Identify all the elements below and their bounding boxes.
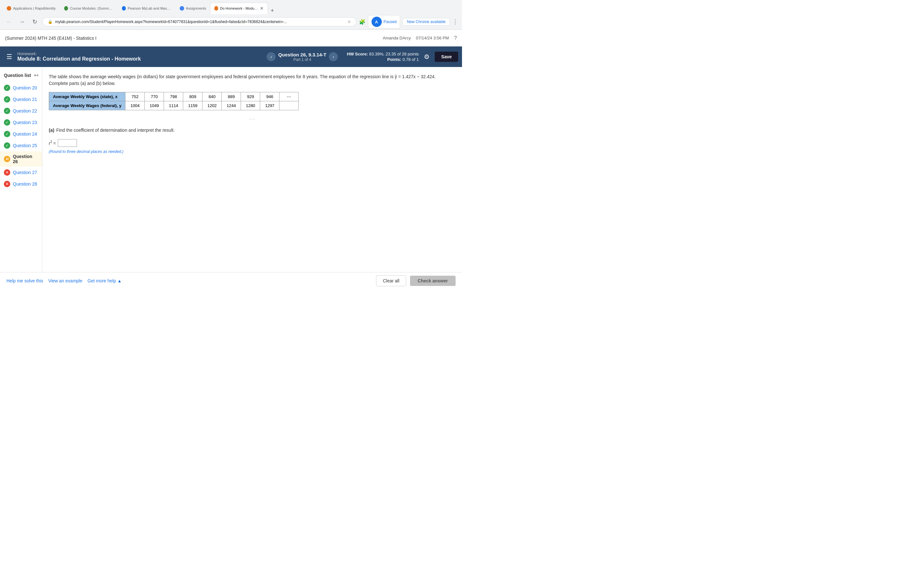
extensions-icon[interactable]: 🧩 [359,19,365,25]
tab2-label: Course Modules: (Summer 20... [70,6,113,10]
cell-x-7: 929 [241,92,260,101]
tab-applications[interactable]: Applications | RapidIdentity [3,3,60,14]
user-name: Amanda DArcy [383,35,411,40]
question-info: Question 26, 9.3.14-T Part 1 of 4 [278,52,326,62]
datetime: 07/14/24 3:56 PM [416,35,449,40]
sidebar-item-q21[interactable]: ✓ Question 21 [0,93,42,105]
sidebar-item-q20[interactable]: ✓ Question 20 [0,82,42,93]
more-options-button[interactable]: ⋮ [452,18,458,25]
cell-x-5: 840 [202,92,222,101]
status-icon-q24: ✓ [4,131,10,137]
table-expand-icon[interactable]: ⋯ [279,92,299,101]
paused-label: Paused [384,19,397,24]
new-tab-button[interactable]: + [268,7,276,14]
sidebar-item-q27[interactable]: ✕ Question 27 [0,167,42,178]
question-part: Part 1 of 4 [278,57,326,62]
q21-label: Question 21 [13,97,37,102]
tab1-favicon [7,6,11,11]
browser-chrome: Applications | RapidIdentity Course Modu… [0,0,462,30]
round-hint: (Round to three decimal places as needed… [49,149,456,154]
tab5-close-icon[interactable]: ✕ [260,6,264,11]
expand-table-button[interactable]: · · · [49,115,456,122]
bottom-right: Clear all Check answer [376,276,456,286]
help-icon[interactable]: ? [454,35,457,41]
settings-button[interactable]: ⚙ [421,50,432,63]
header-right: Amanda DArcy 07/14/24 3:56 PM ? [383,35,457,41]
cell-x-4: 809 [183,92,202,101]
r-squared-input[interactable] [58,139,77,147]
menu-button[interactable]: ☰ [4,50,15,63]
hw-score-value: 83.39%, 23.35 of 28 points [369,52,419,56]
cell-x-1: 752 [126,92,145,101]
data-table: Average Weekly Wages (state), x 752 770 … [49,92,299,110]
profile-button[interactable]: A [372,17,382,27]
forward-button[interactable]: → [17,17,27,27]
sidebar-item-q22[interactable]: ✓ Question 22 [0,105,42,117]
back-button[interactable]: ← [4,17,14,27]
q28-label: Question 28 [13,181,37,187]
url-text: mylab.pearson.com/Student/PlayerHomework… [55,19,287,24]
tab-do-homework[interactable]: Do Homework - Module 8: C... ✕ [210,3,268,14]
clear-all-button[interactable]: Clear all [376,276,406,286]
view-example-button[interactable]: View an example [48,278,82,284]
cell-y-7: 1280 [241,101,260,110]
tab4-favicon [180,6,184,11]
score-section: HW Score: 83.39%, 23.35 of 28 points Poi… [347,52,419,62]
reload-button[interactable]: ↻ [29,17,40,27]
help-solve-button[interactable]: Help me solve this [6,278,43,284]
save-button[interactable]: Save [435,52,458,62]
tab3-favicon [122,6,126,11]
tab-course-modules[interactable]: Course Modules: (Summer 20... [60,3,118,14]
sidebar-header: Question list ↤ [0,71,42,82]
hw-score: HW Score: 83.39%, 23.35 of 28 points [347,52,419,56]
cell-y-5: 1202 [202,101,222,110]
row-y-label: Average Weekly Wages (federal), y [49,101,126,110]
cell-y-8: 1297 [260,101,279,110]
tab-bar: Applications | RapidIdentity Course Modu… [0,0,462,14]
sidebar-title: Question list [4,73,31,78]
q25-label: Question 25 [13,143,37,148]
chrome-notification[interactable]: New Chrome available [403,18,450,26]
more-help-label: Get more help [87,278,116,284]
more-help-button[interactable]: Get more help ▲ [87,278,122,284]
status-icon-q21: ✓ [4,96,10,103]
sidebar-item-q26[interactable]: ✗/ Question 26 [0,151,42,167]
q24-label: Question 24 [13,131,37,137]
status-icon-q22: ✓ [4,108,10,114]
question-nav: ‹ Question 26, 9.3.14-T Part 1 of 4 › [267,52,338,62]
sidebar-item-q28[interactable]: ✕ Question 28 [0,178,42,190]
cell-y-2: 1049 [145,101,164,110]
r-squared-label: r2 = [49,140,56,146]
sidebar-item-q24[interactable]: ✓ Question 24 [0,128,42,140]
url-bar[interactable]: 🔒 mylab.pearson.com/Student/PlayerHomewo… [42,17,357,26]
sidebar-item-q25[interactable]: ✓ Question 25 [0,140,42,151]
q22-label: Question 22 [13,108,37,113]
cell-x-8: 946 [260,92,279,101]
tab-assignments[interactable]: Assignments [176,3,210,14]
homework-title: Module 8: Correlation and Regression - H… [17,56,264,62]
part-a-section: (a) Find the coefficient of determinatio… [49,127,456,154]
prev-question-button[interactable]: ‹ [267,52,276,61]
part-a-label: (a) [49,127,54,133]
sidebar-item-q23[interactable]: ✓ Question 23 [0,117,42,128]
check-answer-button[interactable]: Check answer [410,276,456,286]
q20-label: Question 20 [13,85,37,90]
tab-pearson[interactable]: Pearson MyLab and Masterin... [118,3,176,14]
star-icon[interactable]: ☆ [347,19,351,24]
cell-x-6: 889 [222,92,241,101]
q23-label: Question 23 [13,120,37,125]
tab2-favicon [64,6,68,11]
lock-icon: 🔒 [48,19,53,24]
profile-section[interactable]: A Paused [368,15,401,29]
part-a-text: Find the coefficient of determination an… [56,127,174,133]
cell-y-1: 1004 [126,101,145,110]
next-question-button[interactable]: › [329,52,338,61]
cell-y-3: 1114 [164,101,183,110]
status-icon-q20: ✓ [4,85,10,91]
course-title: (Summer 2024) MTH 245 (E41M) - Statistic… [5,35,97,41]
collapse-sidebar-button[interactable]: ↤ [34,72,38,78]
homework-label: Homework: [17,52,264,56]
table-row-y: Average Weekly Wages (federal), y 1004 1… [49,101,299,110]
cell-y-4: 1159 [183,101,202,110]
tab5-favicon [214,6,218,11]
